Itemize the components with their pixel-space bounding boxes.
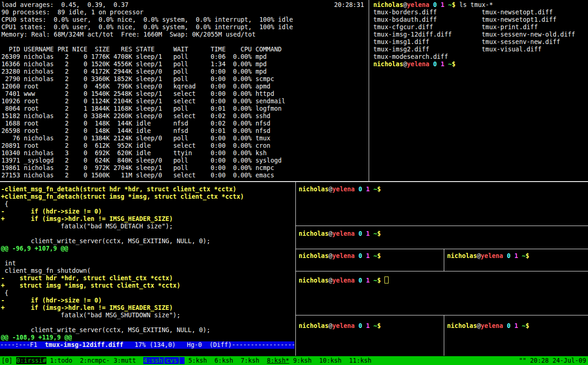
- pane-shell-2[interactable]: nicholas@yelena 0 1 ~$: [296, 227, 588, 249]
- pane-shell-6[interactable]: nicholas@yelena 0 1 ~$: [296, 315, 444, 356]
- status-window-item[interactable]: 7:ksh: [241, 357, 263, 364]
- column-header: COMMAND: [256, 46, 281, 53]
- cell: 148K: [91, 127, 109, 135]
- emacs-minibuffer: [0, 349, 294, 356]
- pane-shell-active[interactable]: nicholas@yelena 0 1 ~$: [296, 271, 588, 315]
- diff-line: @@ -108,9 +119,9 @@: [1, 334, 295, 341]
- cell: poll: [173, 68, 196, 76]
- cell: 0.00%: [233, 135, 252, 142]
- diff-line: -client_msg_fn_detach(struct hdr *hdr, s…: [1, 186, 295, 193]
- diff-line: @@ -96,9 +107,9 @@: [1, 245, 295, 252]
- pane-divider-horizontal-1[interactable]: [296, 226, 588, 226]
- pane-top-processes[interactable]: load averages: 0.45, 0.39, 0.37 90 proce…: [0, 0, 369, 181]
- status-window-item[interactable]: 10:ksh: [319, 357, 345, 364]
- shell-prompt-line: nicholas@yelena 0 1 ~$ ls tmux-*: [373, 1, 588, 9]
- cell: 0.00%: [233, 113, 252, 120]
- pane-emacs-diff[interactable]: -client_msg_fn_detach(struct hdr *hdr, s…: [0, 182, 295, 356]
- diff-line: {: [1, 201, 295, 208]
- cell: 3: [58, 150, 69, 157]
- status-window-item[interactable]: 3:mutt: [114, 357, 140, 364]
- diff-line: {: [1, 289, 295, 297]
- cell: 3360K: [91, 76, 109, 83]
- blank-line: [1, 38, 369, 46]
- cell: 0: [72, 127, 87, 135]
- file-name: tmux-cfgcur.diff: [373, 24, 482, 31]
- pane-shell-ls[interactable]: nicholas@yelena 0 1 ~$ ls tmux-* tmux-bo…: [369, 0, 588, 181]
- pane-shell-1[interactable]: nicholas@yelena 0 1 ~$: [296, 182, 588, 226]
- file-name: tmux-visual.diff: [482, 46, 542, 53]
- column-header: PID: [1, 46, 20, 53]
- shell-prompt: nicholas@yelena 0 1 ~$: [373, 1, 455, 8]
- cell: 0: [72, 142, 87, 150]
- text-segment: 0: [358, 230, 362, 237]
- cell: root: [24, 120, 53, 127]
- cell: 2: [58, 135, 69, 142]
- process-row: 8064root211844K1168Ksleep/1poll0:010.00%…: [1, 105, 369, 113]
- status-window-item[interactable]: 1:todo: [50, 357, 76, 364]
- pane-shell-7[interactable]: nicholas@yelena 0 1 ~$: [444, 315, 588, 356]
- file-name: tmux-sessenv-new.diff: [482, 38, 560, 45]
- text-segment: [429, 1, 433, 8]
- cell: 0.00%: [233, 172, 252, 179]
- cell: 0: [72, 98, 87, 105]
- text-segment: 1: [366, 252, 370, 259]
- cell: select: [173, 142, 196, 150]
- cell: sendmail: [256, 98, 286, 105]
- pane-shell-4[interactable]: nicholas@yelena 0 1 ~$: [444, 249, 588, 271]
- cell: nfsd: [256, 127, 270, 135]
- status-window-item[interactable]: 5:ksh: [188, 357, 211, 364]
- cell: sleep/1: [136, 105, 162, 113]
- status-window-item[interactable]: 11:ksh: [349, 357, 375, 364]
- cell: 8064: [1, 105, 20, 113]
- cell: 0:02: [211, 113, 225, 120]
- cell: 0: [72, 120, 87, 127]
- cell: 1384K: [91, 135, 109, 142]
- text-segment: nicholas: [447, 252, 477, 259]
- text-segment: @: [477, 252, 481, 259]
- process-row: 10926root201124K2104Ksleep/1select0:000.…: [1, 98, 369, 105]
- diff-line: + if (imsg->hdr.len != IMSG_HEADER_SIZE): [1, 304, 295, 312]
- diff-line: - if (hdr->size != 0): [1, 208, 295, 215]
- status-window-item[interactable]: 4:ssh[cvs]: [143, 357, 185, 364]
- column-header: WAIT: [173, 46, 196, 53]
- cell: 2: [58, 142, 69, 150]
- cell: 1168K: [114, 105, 132, 113]
- diff-line: [1, 319, 295, 327]
- text-segment: @: [403, 61, 407, 68]
- cell: nicholas: [24, 164, 53, 172]
- shell-prompt: nicholas@yelena 0 1 ~$: [447, 252, 529, 259]
- file-row: tmux-borders.difftmux-newsetopt.diff: [373, 9, 588, 16]
- cell: nicholas: [24, 68, 53, 76]
- cell: 2790: [1, 76, 20, 83]
- status-window-item[interactable]: 6:ksh: [215, 357, 237, 364]
- text-segment: [429, 61, 433, 68]
- cell: 3384K: [91, 113, 109, 120]
- file-row: tmux-imsg-12diff.difftmux-sessenv-new-ol…: [373, 31, 588, 38]
- file-name: tmux-sessenv-new-old.diff: [482, 31, 575, 38]
- process-row: 10340nicholas30692K620Kidlettyin0:000.00…: [1, 150, 369, 157]
- cell: 0:00: [211, 68, 225, 76]
- cell: 624K: [91, 157, 109, 164]
- status-window-item[interactable]: 0:irssi#: [16, 357, 46, 364]
- shell-prompt-line: nicholas@yelena 0 1 ~$: [299, 277, 588, 284]
- status-window-item[interactable]: 8:ksh*: [267, 357, 289, 364]
- text-segment: nicholas: [299, 322, 329, 329]
- text-segment: 1: [366, 186, 370, 193]
- cell: nicholas: [24, 61, 53, 68]
- status-window-item[interactable]: 9:ksh: [293, 357, 315, 364]
- process-row: 16366nicholas201520K4556Ksleep/1poll1:34…: [1, 61, 369, 68]
- cell: 10926: [1, 98, 20, 105]
- shell-prompt: nicholas@yelena 0 1 ~$: [299, 186, 381, 193]
- diff-line: client_msg_fn_shutdown(: [1, 267, 295, 275]
- cell: sleep/1: [136, 98, 162, 105]
- text-segment: 1: [514, 322, 518, 329]
- cell: 0:00: [211, 135, 225, 142]
- cell: 2: [58, 120, 69, 127]
- text-segment: yelena: [481, 252, 503, 259]
- pane-shell-3[interactable]: nicholas@yelena 0 1 ~$: [296, 249, 444, 271]
- text-segment: @: [477, 322, 481, 329]
- text-segment: $: [377, 277, 381, 284]
- process-row: 12060root20456K796Ksleep/0kqread0:000.00…: [1, 83, 369, 90]
- status-window-item[interactable]: 2:ncmpc-: [80, 357, 110, 364]
- text-segment: 0: [358, 322, 362, 329]
